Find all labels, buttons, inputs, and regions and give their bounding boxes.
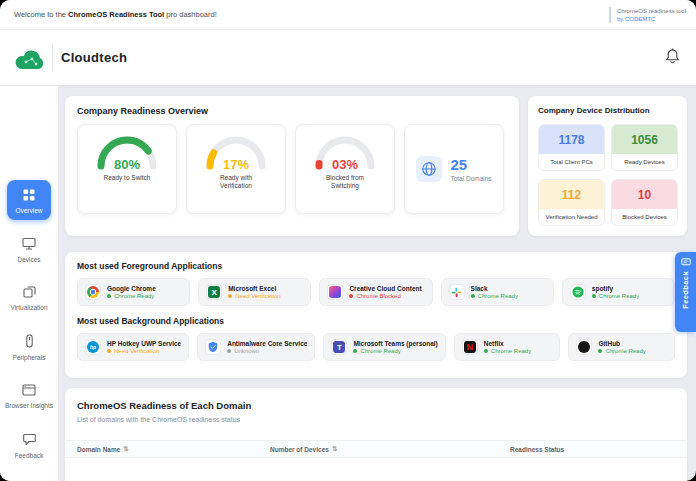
app-tile-microsoft-teams[interactable]: T Microsoft Teams (personal) Chrome Read…: [323, 333, 445, 361]
app-status-label: Chrome Ready: [491, 348, 531, 354]
table-subtitle: List of domains with the ChromeOS readin…: [77, 416, 675, 423]
gauge-label: Ready with Verification: [204, 174, 268, 190]
cloudtech-logo-icon: [12, 45, 48, 76]
app-name: Creative Cloud Content: [349, 285, 421, 292]
total-domains-tile: 25 Total Domains: [404, 124, 504, 214]
sidebar-item-devices[interactable]: Devices: [0, 236, 58, 263]
distribution-tile-verification: 112 Verification Needed: [538, 179, 605, 226]
distribution-grid: 1178 Total Client PCs 1056 Ready Devices…: [538, 124, 677, 226]
grid-icon: [23, 189, 35, 201]
section-title: Company Device Distribution: [538, 106, 677, 115]
sidebar-item-label: Devices: [0, 256, 58, 263]
sidebar-item-label: Browser Insights: [0, 402, 58, 409]
browser-insights-icon: [22, 384, 36, 396]
status-dot: [349, 294, 353, 298]
feedback-side-tab[interactable]: Feedback: [675, 252, 696, 332]
sidebar-item-peripherals[interactable]: Peripherals: [0, 334, 58, 361]
app-status-label: Need Verification: [114, 348, 159, 354]
distribution-label: Blocked Devices: [612, 209, 677, 225]
total-domains-label: Total Domains: [450, 175, 491, 182]
distribution-label: Total Client PCs: [539, 154, 604, 170]
distribution-tile-total: 1178 Total Client PCs: [538, 124, 605, 171]
netflix-icon: N: [462, 339, 478, 355]
header-divider: [52, 44, 53, 72]
app-tile-creative-cloud[interactable]: Creative Cloud Content Chrome Blocked: [319, 278, 432, 306]
app-status-label: Chrome Ready: [478, 293, 518, 299]
excel-icon: X: [206, 284, 222, 300]
background-apps-row: hp HP Hotkey UWP Service Need Verificati…: [77, 333, 675, 361]
peripherals-icon: [23, 334, 36, 348]
globe-icon: [416, 156, 442, 182]
section-title: Company Readiness Overview: [77, 106, 507, 116]
app-name: Microsoft Excel: [228, 285, 280, 292]
app-status-label: Chrome Ready: [360, 348, 400, 354]
status-dot: [353, 349, 357, 353]
distribution-value: 1178: [539, 125, 604, 154]
credit-line: ChromeOS readiness tool: [617, 7, 686, 15]
sidebar-item-label: Peripherals: [0, 354, 58, 361]
sidebar-item-label: Overview: [7, 207, 51, 214]
sidebar-item-feedback[interactable]: Feedback: [0, 432, 58, 459]
app-status-label: Chrome Ready: [114, 293, 154, 299]
sidebar-item-label: Feedback: [0, 452, 58, 459]
app-name: Google Chrome: [107, 285, 156, 292]
notifications-bell-icon[interactable]: [665, 48, 680, 69]
app-name: GitHub: [598, 340, 645, 347]
teams-icon: T: [331, 339, 347, 355]
sidebar-item-browser-insights[interactable]: Browser Insights: [0, 382, 58, 409]
app-name: spotify: [592, 285, 639, 292]
status-dot: [484, 349, 488, 353]
feedback-tab-label: Feedback: [681, 271, 690, 309]
github-icon: [576, 339, 592, 355]
app-header: Cloudtech: [0, 30, 696, 86]
status-dot: [471, 294, 475, 298]
app-name: Slack: [471, 285, 518, 292]
sort-icon: ⇅: [332, 445, 337, 453]
devices-icon: [22, 237, 36, 250]
status-dot: [227, 349, 231, 353]
sidebar-item-overview[interactable]: Overview: [7, 180, 51, 220]
credit-link[interactable]: by CODEMTC: [617, 15, 686, 23]
distribution-label: Verification Needed: [539, 209, 604, 225]
distribution-label: Ready Devices: [612, 154, 677, 170]
app-name: Antimalware Core Service: [227, 340, 307, 347]
column-header-domain-name[interactable]: Domain Name⇅: [77, 445, 270, 453]
column-header-number-of-devices[interactable]: Number of Devices⇅: [270, 445, 510, 453]
table-title: ChromeOS Readiness of Each Domain: [77, 400, 675, 411]
app-tile-spotify[interactable]: spotify Chrome Ready: [562, 278, 675, 306]
hp-icon: hp: [85, 339, 101, 355]
distribution-tile-ready: 1056 Ready Devices: [611, 124, 678, 171]
distribution-value: 1056: [612, 125, 677, 154]
app-tile-github[interactable]: GitHub Chrome Ready: [568, 333, 675, 361]
column-header-readiness-status: Readiness Status: [510, 446, 687, 453]
feedback-panel-icon: [681, 258, 691, 267]
app-tile-netflix[interactable]: N Netflix Chrome Ready: [454, 333, 561, 361]
status-dot: [228, 294, 232, 298]
status-dot: [107, 294, 111, 298]
sort-icon: ⇅: [123, 445, 128, 453]
app-tile-microsoft-excel[interactable]: X Microsoft Excel Need Verification: [198, 278, 311, 306]
gauge-label: Blocked from Switching: [313, 174, 377, 190]
sidebar-item-virtualization[interactable]: Virtualization: [0, 284, 58, 311]
device-distribution-card: Company Device Distribution 1178 Total C…: [528, 96, 687, 236]
app-name: HP Hotkey UWP Service: [107, 340, 181, 347]
gauge-row: 80% Ready to Switch 17% Ready with Verif…: [77, 124, 507, 214]
app-tile-google-chrome[interactable]: Google Chrome Chrome Ready: [77, 278, 190, 306]
app-status-label: Chrome Blocked: [356, 293, 400, 299]
chromeos-readiness-dashboard: Welcome to the ChromeOS Readiness Tool p…: [0, 0, 696, 481]
sidebar-nav: Overview Devices Virtualization Peripher…: [0, 86, 58, 481]
gauge-value: 17%: [223, 157, 249, 172]
app-tile-slack[interactable]: Slack Chrome Ready: [441, 278, 554, 306]
feedback-icon: [23, 433, 36, 446]
app-tile-hp-hotkey[interactable]: hp HP Hotkey UWP Service Need Verificati…: [77, 333, 189, 361]
creative-cloud-icon: [327, 284, 343, 300]
welcome-message: Welcome to the ChromeOS Readiness Tool p…: [14, 10, 217, 19]
sidebar-item-label: Virtualization: [0, 304, 58, 311]
gauge-value: 80%: [114, 157, 140, 172]
app-tile-antimalware[interactable]: Antimalware Core Service Unknown: [197, 333, 315, 361]
brand-name: Cloudtech: [61, 50, 127, 65]
app-status-label: Unknown: [234, 348, 259, 354]
status-dot: [598, 349, 602, 353]
spotify-icon: [570, 284, 586, 300]
readiness-overview-card: Company Readiness Overview 80% Ready to …: [65, 96, 519, 236]
